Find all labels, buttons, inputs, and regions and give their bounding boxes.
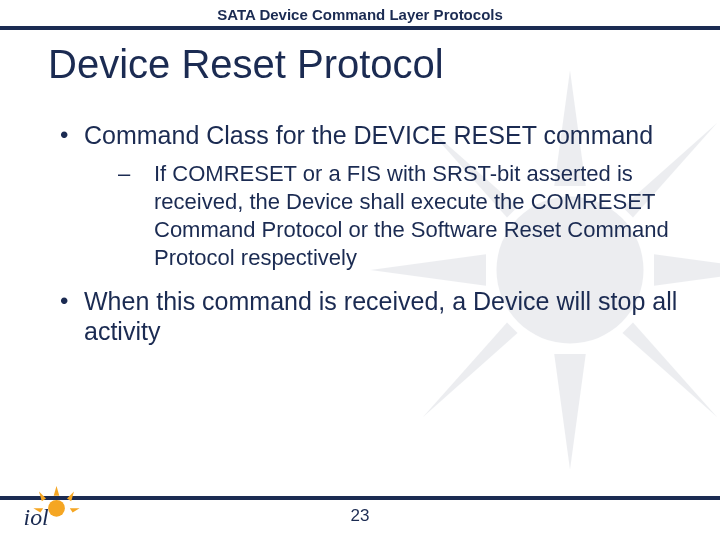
bullet-item: • When this command is received, a Devic… xyxy=(60,286,680,346)
bullet-sub-item: – If COMRESET or a FIS with SRST-bit ass… xyxy=(118,160,680,272)
logo-text: iol xyxy=(24,504,50,530)
bullet-dot-icon: • xyxy=(60,120,84,150)
header-divider xyxy=(0,26,720,30)
slide-body: • Command Class for the DEVICE RESET com… xyxy=(60,120,680,354)
header-subtitle: SATA Device Command Layer Protocols xyxy=(0,6,720,23)
svg-marker-13 xyxy=(70,508,80,512)
svg-marker-9 xyxy=(54,486,60,496)
bullet-text: Command Class for the DEVICE RESET comma… xyxy=(84,120,653,150)
slide-title: Device Reset Protocol xyxy=(48,42,444,87)
footer-divider xyxy=(0,496,720,500)
bullet-dash-icon: – xyxy=(118,160,154,272)
svg-marker-10 xyxy=(39,492,46,502)
iol-logo-icon: iol xyxy=(18,484,88,534)
bullet-text: When this command is received, a Device … xyxy=(84,286,680,346)
bullet-dot-icon: • xyxy=(60,286,84,346)
svg-marker-11 xyxy=(67,492,74,502)
slide: SATA Device Command Layer Protocols Devi… xyxy=(0,0,720,540)
svg-point-14 xyxy=(48,500,65,517)
svg-marker-2 xyxy=(554,354,586,470)
bullet-item: • Command Class for the DEVICE RESET com… xyxy=(60,120,680,150)
bullet-sub-text: If COMRESET or a FIS with SRST-bit asser… xyxy=(154,160,680,272)
page-number: 23 xyxy=(0,506,720,526)
